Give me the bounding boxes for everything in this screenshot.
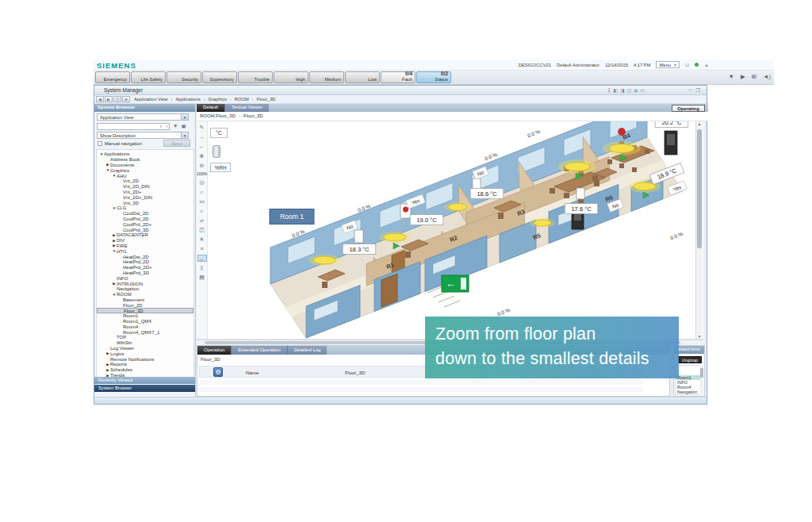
tree-item-applications[interactable]: ▼Applications <box>97 152 193 157</box>
tree-item-vnt-2d-din[interactable]: Vnt_2D_DIN <box>97 184 193 190</box>
description-dropdown[interactable]: Show Description▼ <box>97 132 189 139</box>
tree-item-logics[interactable]: ▶Logics <box>97 351 193 356</box>
close-icon[interactable]: ✕ <box>197 236 207 243</box>
graphics-canvas[interactable]: ✎→←⊕⊖100%◎⌕▭⌕▱◫✕≡↔▯▤ °C %RH <box>197 121 703 340</box>
tree-item-datacenter[interactable]: ▶DATACENTER <box>97 232 193 238</box>
tree-item-coolprd-2d[interactable]: CoolPrd_2D <box>97 217 193 222</box>
print-icon[interactable]: ▤ <box>197 274 207 281</box>
magnifier-icon[interactable]: ⌕ <box>197 188 207 195</box>
tree-item-vnt-2d[interactable]: Vnt_2D <box>97 178 193 184</box>
alarm-button-high[interactable]: High <box>274 71 308 83</box>
tree-item-info[interactable]: INFO <box>97 275 193 281</box>
tree-item-room1-qmx[interactable]: Room1_QMX <box>97 319 193 324</box>
alarm-button-security[interactable]: Security <box>167 71 201 83</box>
tree-item-floor-3d[interactable]: Floor_3D <box>97 308 193 313</box>
tree-item-ahu[interactable]: ▼AHU <box>97 173 193 178</box>
tree-item-cooldst-2d[interactable]: CoolDst_2D <box>97 211 193 217</box>
scrollbar-thumb[interactable] <box>697 129 702 248</box>
arrow-right-icon[interactable]: → <box>197 133 207 140</box>
zoom-out-icon[interactable]: ⊖ <box>197 162 207 169</box>
view-dropdown[interactable]: Application View▼ <box>97 113 189 121</box>
magnifier-icon[interactable]: ⌕ <box>197 207 207 214</box>
tree-item-floor-2d[interactable]: Floor_2D <box>97 302 193 308</box>
temperature-palette-item[interactable]: °C <box>210 128 228 138</box>
back-icon[interactable]: ◀ <box>96 96 104 102</box>
playback-icon[interactable]: ▶ <box>741 73 745 80</box>
layout5-icon[interactable]: ▭ <box>640 87 645 93</box>
pan-icon[interactable]: ↔ <box>197 255 207 262</box>
tree-item-htg[interactable]: ▼HTG <box>97 248 193 254</box>
scroll-up-icon[interactable]: ▲ <box>696 121 703 126</box>
breadcrumb-item-floor-3d[interactable]: Floor_3D <box>257 97 276 102</box>
alarm-button-fault[interactable]: 0/4Fault <box>381 71 416 83</box>
alarm-button-life-safety[interactable]: Life Safety <box>131 71 166 83</box>
cylinder-palette-item[interactable] <box>213 145 220 158</box>
ungroup-button[interactable]: Ungroup <box>678 356 702 363</box>
tree-item-vnt-2d-din[interactable]: Vnt_2D+_DIN <box>97 194 193 200</box>
tree-item-heatprd-3d[interactable]: HeatPrd_3D <box>97 271 193 276</box>
funnel-icon[interactable]: ▼ <box>173 123 178 129</box>
alarm-button-medium[interactable]: Medium <box>309 71 344 83</box>
tab-extended-operation[interactable]: Extended Operation <box>231 346 286 355</box>
breadcrumb-item-graphics[interactable]: Graphics <box>209 97 227 102</box>
viewport-icon[interactable]: ▭ <box>197 198 207 205</box>
alarm-button-emergency[interactable]: Emergency <box>95 71 130 83</box>
related-item-navigation[interactable]: Navigation <box>676 390 701 394</box>
tree-item-navigation[interactable]: Navigation <box>97 286 193 292</box>
restore-icon[interactable]: ❐ <box>696 87 700 93</box>
up-icon[interactable]: ⊡ <box>113 96 121 102</box>
humidity-palette-item[interactable]: %RH <box>210 163 231 172</box>
tree-item-top[interactable]: TOP <box>97 335 193 340</box>
related-scrollbar[interactable] <box>700 365 703 395</box>
search-input[interactable]: ⌕▾ <box>97 123 170 130</box>
pin-icon[interactable]: ↧ <box>607 87 611 93</box>
alarm-button-trouble[interactable]: Trouble <box>238 71 273 83</box>
tree-item-graphics[interactable]: ▼Graphics <box>97 167 193 173</box>
vertical-scrollbar[interactable]: ▲ ▼ <box>695 121 703 339</box>
tree-item-wthstn[interactable]: WthStn <box>97 340 193 346</box>
tree-item-room4-qmx7-1[interactable]: Room4_QMX7_1 <box>97 329 193 335</box>
forward-icon[interactable]: ▶ <box>105 96 113 102</box>
tree-item-heatprd-2d[interactable]: HeatPrd_2D <box>97 259 193 265</box>
floor-plan-3d[interactable]: ← Room 118.3 °C19.0 °C18.6 °C17.6 °C20.2… <box>239 121 694 340</box>
recently-viewed-bar[interactable]: Recently Viewed <box>94 377 195 384</box>
window-icon[interactable]: ⊡ <box>685 62 689 67</box>
tree-item-schedules[interactable]: ▶Schedules <box>97 367 193 373</box>
system-browser-bar[interactable]: System Browser <box>94 385 195 392</box>
tree-item-basement[interactable]: Basement <box>97 297 193 303</box>
frame-icon[interactable]: ▱ <box>197 217 207 224</box>
operating-button[interactable]: Operating <box>672 105 705 112</box>
tree-item-remote-notifications[interactable]: Remote Notifications <box>97 356 193 362</box>
pen-icon[interactable]: ✎ <box>197 124 207 131</box>
zoom-in-icon[interactable]: ⊕ <box>197 152 207 159</box>
list-icon[interactable]: ≡ <box>197 245 207 252</box>
arrow-left-icon[interactable]: ← <box>197 143 207 150</box>
breadcrumb-item-applications[interactable]: Applications <box>175 97 200 102</box>
tab-textual-viewer[interactable]: Textual Viewer <box>224 104 269 112</box>
layers-icon[interactable]: ◫ <box>197 226 207 233</box>
audio-icon[interactable]: ◄) <box>763 73 771 80</box>
save-icon[interactable]: ▣ <box>181 123 186 129</box>
tree-item-heatdst-2d[interactable]: HeatDst_2D <box>97 254 193 259</box>
alarm-button-status[interactable]: 0/2Status <box>416 71 451 83</box>
tree-item-room4[interactable]: Room4 <box>97 324 193 330</box>
tree-item-div[interactable]: ▶DIV <box>97 238 193 244</box>
breadcrumb-item-room[interactable]: ROOM <box>235 97 249 102</box>
tree-item-address-book[interactable]: Address Book <box>97 157 193 163</box>
minimize-icon[interactable]: — <box>688 87 693 93</box>
alarm-button-supervisory[interactable]: Supervisory <box>202 71 237 83</box>
breadcrumb-item-application-view[interactable]: Application View <box>134 97 167 102</box>
scrollbar-thumb[interactable] <box>700 368 703 378</box>
send-button[interactable]: Send <box>163 140 190 147</box>
tree-item-log-viewer[interactable]: Log Viewer <box>97 346 193 351</box>
menu-dropdown[interactable]: Menu▾ <box>656 61 680 68</box>
tree-item-reports[interactable]: ▶Reports <box>97 362 193 367</box>
tree-item-heatprd-2d-[interactable]: HeatPrd_2D+ <box>97 265 193 271</box>
panes-icon[interactable]: ⊞ <box>752 73 756 80</box>
tab-operation[interactable]: Operation <box>197 346 231 355</box>
alarm-button-low[interactable]: Low <box>345 71 380 83</box>
tab-default[interactable]: Default <box>197 104 224 112</box>
tree-item-fire[interactable]: ▶FIRE <box>97 244 193 249</box>
collapse-icon[interactable]: ▲ <box>704 63 709 67</box>
tree-item-vnt-3d[interactable]: Vnt_3D <box>97 200 193 205</box>
